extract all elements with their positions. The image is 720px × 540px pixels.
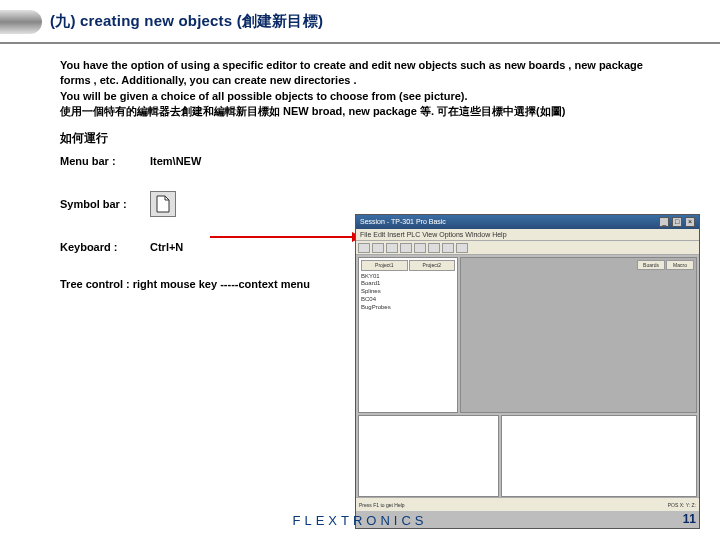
toolbar-button[interactable]	[414, 243, 426, 253]
app-main-area: Project1 Project2 BKY01 Board1 Splines B…	[356, 255, 699, 415]
menu-bar-label: Menu bar :	[60, 155, 150, 167]
intro-line-3: 使用一個特有的編輯器去創建和編輯新目標如 NEW broad, new pack…	[60, 104, 660, 119]
menu-bar-value: Item\NEW	[150, 155, 201, 167]
intro-line-1: You have the option of using a specific …	[60, 58, 660, 89]
intro-line-2: You will be given a choice of all possib…	[60, 89, 660, 104]
keyboard-row: Keyboard : Ctrl+N	[60, 241, 360, 253]
new-document-icon	[150, 191, 176, 217]
menu-bar-row: Menu bar : Item\NEW	[60, 155, 360, 167]
tree-item[interactable]: BC04	[361, 296, 455, 304]
canvas-tab[interactable]: Macro	[666, 260, 694, 270]
tree-item[interactable]: BugProbes	[361, 304, 455, 312]
status-left: Press F1 to get Help	[359, 502, 405, 508]
app-menubar[interactable]: File Edit Insert PLC View Options Window…	[356, 229, 699, 241]
symbol-bar-label: Symbol bar :	[60, 198, 150, 210]
side-tab[interactable]: Project2	[409, 260, 456, 271]
toolbar-button[interactable]	[372, 243, 384, 253]
canvas-tabs: Boards Macro	[637, 260, 694, 270]
tree-item[interactable]: BKY01	[361, 273, 455, 281]
symbol-bar-row: Symbol bar :	[60, 191, 360, 217]
app-canvas: Boards Macro	[460, 257, 697, 413]
app-screenshot: Session - TP-301 Pro Basic _ □ × File Ed…	[355, 214, 700, 529]
bottom-right-panel	[501, 415, 697, 497]
header-graphic	[0, 10, 42, 34]
toolbar-button[interactable]	[400, 243, 412, 253]
side-tab[interactable]: Project1	[361, 260, 408, 271]
slide-header: (九) creating new objects (創建新目標)	[0, 0, 720, 44]
slide-title: (九) creating new objects (創建新目標)	[50, 12, 323, 31]
app-title-text: Session - TP-301 Pro Basic	[360, 215, 446, 229]
keyboard-label: Keyboard :	[60, 241, 150, 253]
slide-footer: FLEXTRONICS	[0, 513, 720, 528]
page-number: 11	[683, 512, 696, 526]
how-to-run-heading: 如何運行	[60, 130, 680, 147]
bottom-left-panel	[358, 415, 499, 497]
app-side-panel: Project1 Project2 BKY01 Board1 Splines B…	[358, 257, 458, 413]
toolbar-button[interactable]	[456, 243, 468, 253]
toolbar-button[interactable]	[358, 243, 370, 253]
toolbar-button[interactable]	[386, 243, 398, 253]
side-tabs: Project1 Project2	[361, 260, 455, 271]
page-icon	[156, 195, 170, 213]
red-arrow	[210, 236, 360, 238]
toolbar-button[interactable]	[442, 243, 454, 253]
app-toolbar	[356, 241, 699, 255]
status-right: POS X: Y: Z:	[668, 502, 696, 508]
keyboard-value: Ctrl+N	[150, 241, 183, 253]
tree-item[interactable]: Splines	[361, 288, 455, 296]
bottom-split	[356, 415, 699, 497]
app-statusbar: Press F1 to get Help POS X: Y: Z:	[356, 497, 699, 511]
maximize-icon[interactable]: □	[672, 217, 682, 227]
toolbar-button[interactable]	[428, 243, 440, 253]
app-bottom-area: Press F1 to get Help POS X: Y: Z:	[356, 415, 699, 511]
slide-body: You have the option of using a specific …	[0, 44, 720, 292]
close-icon[interactable]: ×	[685, 217, 695, 227]
tree-item[interactable]: Board1	[361, 280, 455, 288]
footer-logo: FLEXTRONICS	[292, 513, 427, 528]
window-controls: _ □ ×	[658, 215, 695, 229]
canvas-tab[interactable]: Boards	[637, 260, 665, 270]
app-titlebar: Session - TP-301 Pro Basic _ □ ×	[356, 215, 699, 229]
minimize-icon[interactable]: _	[659, 217, 669, 227]
intro-text: You have the option of using a specific …	[60, 58, 680, 120]
